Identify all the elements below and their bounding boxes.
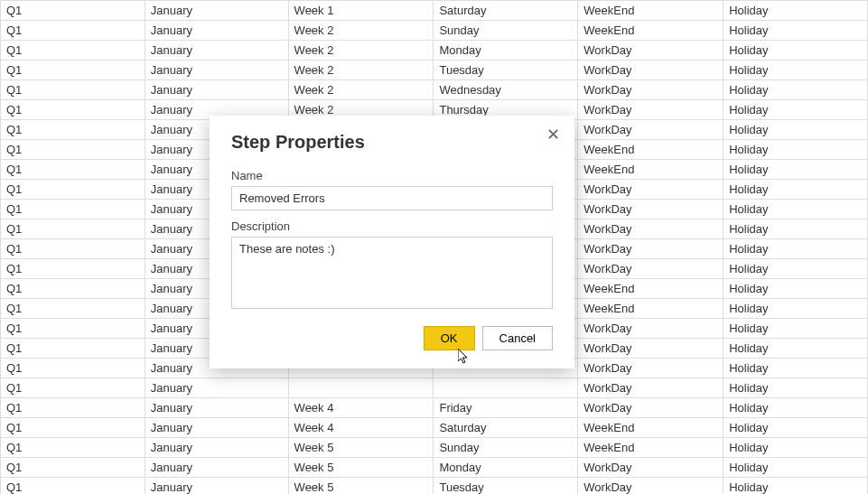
table-cell[interactable]: Holiday xyxy=(723,160,868,180)
table-cell[interactable]: Holiday xyxy=(723,21,868,41)
table-cell[interactable]: Holiday xyxy=(723,398,868,418)
table-cell[interactable]: Sunday xyxy=(434,21,578,41)
table-cell[interactable]: Q1 xyxy=(1,378,145,398)
table-cell[interactable]: WeekEnd xyxy=(578,418,723,438)
table-cell[interactable]: Q1 xyxy=(1,299,145,319)
table-cell[interactable]: Q1 xyxy=(1,279,145,299)
table-cell[interactable] xyxy=(288,378,434,398)
cancel-button[interactable]: Cancel xyxy=(482,326,553,350)
table-cell[interactable]: Q1 xyxy=(1,180,145,200)
table-cell[interactable]: Holiday xyxy=(723,140,868,160)
table-cell[interactable]: Q1 xyxy=(1,259,145,279)
table-cell[interactable]: Q1 xyxy=(1,120,145,140)
table-cell[interactable]: Saturday xyxy=(434,1,578,21)
name-input[interactable] xyxy=(231,186,553,210)
table-cell[interactable]: Holiday xyxy=(723,458,868,478)
table-cell[interactable]: Q1 xyxy=(1,61,145,80)
table-cell[interactable]: January xyxy=(145,21,288,41)
table-cell[interactable]: Wednesday xyxy=(434,80,578,100)
table-cell[interactable]: Holiday xyxy=(723,259,868,279)
description-input[interactable] xyxy=(231,237,553,309)
table-cell[interactable]: WorkDay xyxy=(578,200,723,219)
table-cell[interactable]: Holiday xyxy=(723,61,868,80)
table-cell[interactable]: Holiday xyxy=(723,279,868,299)
table-row[interactable]: Q1JanuaryWeek 2TuesdayWorkDayHoliday xyxy=(1,61,868,80)
table-row[interactable]: Q1JanuaryWeek 5MondayWorkDayHoliday xyxy=(1,458,868,478)
table-cell[interactable]: WeekEnd xyxy=(578,160,723,180)
table-cell[interactable]: WeekEnd xyxy=(578,438,723,458)
table-cell[interactable]: Holiday xyxy=(723,1,868,21)
table-cell[interactable]: WorkDay xyxy=(578,219,723,239)
table-cell[interactable]: WorkDay xyxy=(578,259,723,279)
table-cell[interactable]: Week 5 xyxy=(288,438,434,458)
table-cell[interactable]: Saturday xyxy=(434,418,578,438)
table-cell[interactable]: January xyxy=(145,418,288,438)
table-cell[interactable]: WorkDay xyxy=(578,458,723,478)
table-cell[interactable]: Week 5 xyxy=(288,478,434,495)
table-cell[interactable]: WorkDay xyxy=(578,180,723,200)
table-cell[interactable]: Holiday xyxy=(723,418,868,438)
table-cell[interactable]: Q1 xyxy=(1,80,145,100)
table-cell[interactable]: Holiday xyxy=(723,200,868,219)
table-cell[interactable]: Holiday xyxy=(723,100,868,120)
table-cell[interactable]: Tuesday xyxy=(434,61,578,80)
table-cell[interactable]: January xyxy=(145,398,288,418)
table-cell[interactable]: Week 2 xyxy=(288,41,434,61)
table-cell[interactable]: WorkDay xyxy=(578,319,723,339)
table-cell[interactable]: Friday xyxy=(434,398,578,418)
table-cell[interactable]: WorkDay xyxy=(578,378,723,398)
close-button[interactable]: ✕ xyxy=(543,125,564,144)
table-cell[interactable]: Q1 xyxy=(1,398,145,418)
table-cell[interactable]: January xyxy=(145,458,288,478)
table-cell[interactable]: WeekEnd xyxy=(578,279,723,299)
table-cell[interactable]: WeekEnd xyxy=(578,21,723,41)
table-cell[interactable]: Week 2 xyxy=(288,21,434,41)
table-cell[interactable]: Holiday xyxy=(723,299,868,319)
table-cell[interactable] xyxy=(434,378,578,398)
table-cell[interactable]: Q1 xyxy=(1,438,145,458)
table-cell[interactable]: Q1 xyxy=(1,458,145,478)
table-cell[interactable]: January xyxy=(145,1,288,21)
table-cell[interactable]: Holiday xyxy=(723,180,868,200)
table-cell[interactable]: Q1 xyxy=(1,219,145,239)
table-cell[interactable]: WorkDay xyxy=(578,359,723,378)
table-cell[interactable]: Monday xyxy=(434,458,578,478)
table-cell[interactable]: Q1 xyxy=(1,239,145,259)
table-cell[interactable]: Holiday xyxy=(723,319,868,339)
table-cell[interactable]: Holiday xyxy=(723,41,868,61)
table-cell[interactable]: Q1 xyxy=(1,319,145,339)
table-cell[interactable]: Q1 xyxy=(1,160,145,180)
table-row[interactable]: Q1JanuaryWeek 4SaturdayWeekEndHoliday xyxy=(1,418,868,438)
table-cell[interactable]: WorkDay xyxy=(578,239,723,259)
table-cell[interactable]: January xyxy=(145,80,288,100)
table-cell[interactable]: Q1 xyxy=(1,140,145,160)
table-cell[interactable]: Q1 xyxy=(1,339,145,359)
table-cell[interactable]: Q1 xyxy=(1,21,145,41)
table-row[interactable]: Q1JanuaryWeek 5SundayWeekEndHoliday xyxy=(1,438,868,458)
table-cell[interactable]: Holiday xyxy=(723,120,868,140)
ok-button[interactable]: OK xyxy=(424,326,475,350)
table-row[interactable]: Q1JanuaryWeek 4FridayWorkDayHoliday xyxy=(1,398,868,418)
table-cell[interactable]: Holiday xyxy=(723,80,868,100)
table-cell[interactable]: Holiday xyxy=(723,359,868,378)
table-cell[interactable]: WeekEnd xyxy=(578,140,723,160)
table-cell[interactable]: Q1 xyxy=(1,359,145,378)
table-cell[interactable]: WorkDay xyxy=(578,100,723,120)
table-cell[interactable]: Week 5 xyxy=(288,458,434,478)
table-row[interactable]: Q1JanuaryWeek 5TuesdayWorkDayHoliday xyxy=(1,478,868,495)
table-cell[interactable]: Sunday xyxy=(434,438,578,458)
table-row[interactable]: Q1JanuaryWeek 2SundayWeekEndHoliday xyxy=(1,21,868,41)
table-row[interactable]: Q1JanuaryWorkDayHoliday xyxy=(1,378,868,398)
table-cell[interactable]: Week 2 xyxy=(288,80,434,100)
table-row[interactable]: Q1JanuaryWeek 2MondayWorkDayHoliday xyxy=(1,41,868,61)
table-cell[interactable]: Holiday xyxy=(723,219,868,239)
table-row[interactable]: Q1JanuaryWeek 2WednesdayWorkDayHoliday xyxy=(1,80,868,100)
table-cell[interactable]: Week 4 xyxy=(288,398,434,418)
table-cell[interactable]: Holiday xyxy=(723,478,868,495)
table-cell[interactable]: Q1 xyxy=(1,418,145,438)
table-cell[interactable]: Q1 xyxy=(1,1,145,21)
table-cell[interactable]: WorkDay xyxy=(578,61,723,80)
table-cell[interactable]: Holiday xyxy=(723,438,868,458)
table-cell[interactable]: Week 2 xyxy=(288,61,434,80)
table-cell[interactable]: January xyxy=(145,478,288,495)
